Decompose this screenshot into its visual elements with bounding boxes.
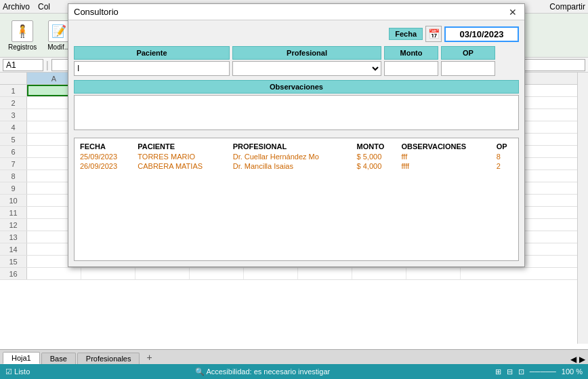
records-table: FECHA PACIENTE PROFESIONAL MONTO OBSERVA… (77, 141, 516, 258)
monto-header: Monto (384, 46, 438, 60)
paciente-input[interactable] (74, 61, 230, 76)
tab-base[interactable]: Base (41, 353, 76, 364)
cell-A16[interactable] (27, 268, 81, 279)
empty-cell (77, 236, 135, 247)
empty-cell (399, 193, 494, 203)
empty-cell (230, 214, 354, 225)
row-num-3: 3 (0, 109, 27, 121)
table-cell-fecha: 25/09/2023 (77, 152, 135, 161)
empty-cell (135, 182, 230, 193)
empty-cell (77, 171, 135, 182)
table-body: 25/09/2023TORRES MARIODr. Cuellar Hernán… (77, 152, 516, 258)
empty-cell (354, 247, 399, 258)
row-num-5: 5 (0, 134, 27, 145)
table-cell-fecha: 26/09/2023 (77, 161, 135, 171)
cell-C16[interactable] (135, 268, 190, 279)
th-fecha: FECHA (77, 141, 135, 152)
dialog-close-btn[interactable]: ✕ (507, 6, 519, 18)
table-row-empty (77, 203, 516, 214)
calendar-btn[interactable]: 📅 (425, 26, 442, 42)
row-num-1: 1 (0, 85, 27, 96)
empty-cell (354, 171, 399, 182)
table-row[interactable]: 25/09/2023TORRES MARIODr. Cuellar Hernán… (77, 152, 516, 161)
cell-name-input[interactable] (3, 59, 43, 71)
row-num-15: 15 (0, 256, 27, 267)
table-row-empty (77, 171, 516, 182)
op-input[interactable] (441, 61, 495, 76)
table-cell-profesional: Dr. Mancilla Isaias (230, 161, 354, 171)
row-num-6: 6 (0, 146, 27, 157)
monto-input[interactable] (384, 61, 438, 76)
empty-cell (354, 225, 399, 236)
empty-cell (230, 203, 354, 214)
empty-cell (354, 236, 399, 247)
share-icon-area[interactable]: Compartir (549, 2, 585, 12)
observaciones-header: Observaciones (74, 80, 519, 94)
empty-cell (494, 214, 516, 225)
cell-D16[interactable] (190, 268, 244, 279)
zoom-slider[interactable]: ───── (530, 367, 556, 376)
date-input[interactable] (444, 26, 519, 42)
tab-hoja1[interactable]: Hoja1 (3, 352, 40, 364)
empty-cell (77, 193, 135, 203)
paciente-header: Paciente (74, 46, 230, 60)
cell-B16[interactable] (81, 268, 135, 279)
table-row[interactable]: 26/09/2023CABRERA MATIASDr. Mancilla Isa… (77, 161, 516, 171)
status-right: ⊞ ⊟ ⊡ ───── 100 % (495, 367, 583, 376)
view-page-icon[interactable]: ⊟ (507, 367, 513, 376)
profesional-select-wrap[interactable] (232, 61, 381, 76)
scroll-right[interactable] (577, 73, 588, 344)
tab-profesionales[interactable]: Profesionales (77, 353, 140, 364)
cell-G16[interactable] (352, 268, 406, 279)
empty-cell (354, 193, 399, 203)
ribbon-registros-btn[interactable]: 🧍 Registros (5, 19, 39, 52)
view-normal-icon[interactable]: ⊞ (495, 367, 501, 376)
empty-cell (494, 236, 516, 247)
empty-cell (354, 203, 399, 214)
form-headers: Paciente Profesional Monto OP (74, 46, 519, 60)
row-num-10: 10 (0, 195, 27, 206)
tab-scroll-left[interactable]: ◀ (570, 355, 576, 364)
th-paciente: PACIENTE (135, 141, 230, 152)
table-cell-op: 8 (494, 152, 516, 161)
table-row-empty (77, 182, 516, 193)
tab-scroll-right[interactable]: ▶ (579, 355, 585, 364)
empty-cell (494, 171, 516, 182)
modif-icon: 📝 (48, 20, 70, 42)
empty-cell (77, 182, 135, 193)
row-num-13: 13 (0, 231, 27, 243)
row-num-4: 4 (0, 121, 27, 133)
observaciones-textarea[interactable] (74, 95, 519, 130)
menu-col[interactable]: Col (38, 2, 50, 12)
cell-E16[interactable] (244, 268, 298, 279)
table-cell-monto: $ 5,000 (354, 152, 399, 161)
empty-cell (77, 225, 135, 236)
dialog-titlebar: Consultorio ✕ (68, 4, 524, 20)
cell-F16[interactable] (298, 268, 352, 279)
profesional-select[interactable] (232, 61, 381, 76)
empty-cell (230, 225, 354, 236)
empty-cell (135, 225, 230, 236)
table-row-empty (77, 214, 516, 225)
empty-cell (135, 193, 230, 203)
empty-cell (230, 193, 354, 203)
status-text: Listo (14, 367, 30, 376)
view-preview-icon[interactable]: ⊡ (518, 367, 524, 376)
table-cell-op: 2 (494, 161, 516, 171)
empty-cell (135, 171, 230, 182)
empty-cell (135, 203, 230, 214)
op-header: OP (441, 46, 495, 60)
th-observaciones: OBSERVACIONES (399, 141, 494, 152)
table-cell-observaciones: fff (399, 152, 494, 161)
profesional-header: Profesional (232, 46, 381, 60)
empty-cell (494, 247, 516, 258)
empty-cell (230, 171, 354, 182)
row-num-2: 2 (0, 97, 27, 108)
cell-H16[interactable] (406, 268, 461, 279)
empty-cell (399, 182, 494, 193)
tab-add-btn[interactable]: + (141, 351, 157, 364)
consultorio-dialog[interactable]: Consultorio ✕ Fecha 📅 Paciente Profesion… (68, 3, 525, 267)
share-label: Compartir (549, 2, 585, 12)
menu-archivo[interactable]: Archivo (3, 2, 30, 12)
row-num-7: 7 (0, 158, 27, 169)
